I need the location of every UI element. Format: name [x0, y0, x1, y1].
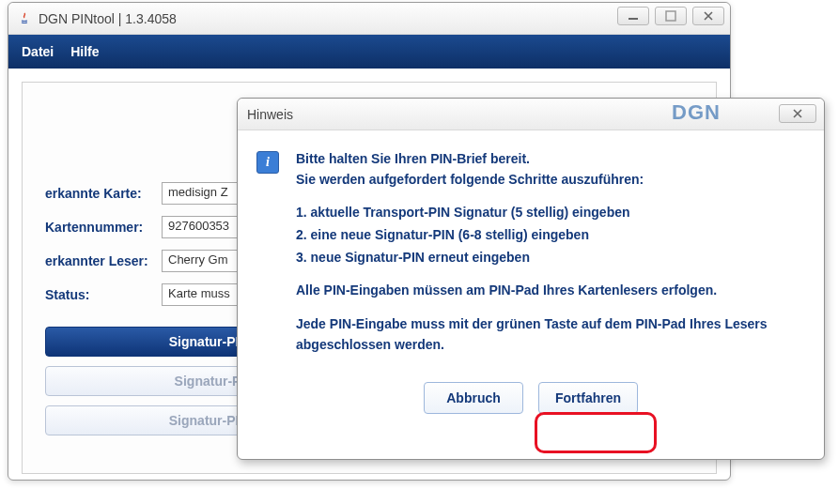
dgn-logo: DGN	[672, 100, 721, 125]
java-icon	[16, 10, 33, 27]
msg-note1: Alle PIN-Eingaben müssen am PIN-Pad Ihre…	[296, 281, 803, 301]
msg-step1: 1. aktuelle Transport-PIN Signatur (5 st…	[296, 203, 803, 223]
msg-line2: Sie werden aufgefordert folgende Schritt…	[296, 172, 644, 187]
dialog-title-text: Hinweis	[247, 107, 293, 122]
maximize-button[interactable]	[655, 7, 687, 25]
dialog-close-button[interactable]	[779, 104, 816, 123]
menu-file[interactable]: Datei	[22, 44, 54, 59]
svg-rect-1	[666, 11, 675, 21]
dialog-body: i Bitte halten Sie Ihren PIN-Brief berei…	[238, 130, 824, 382]
continue-button[interactable]: Fortfahren	[538, 382, 638, 414]
status-label: Status:	[45, 287, 162, 302]
msg-step3: 3. neue Signatur-PIN erneut eingeben	[296, 248, 803, 268]
dialog-buttons: Abbruch Fortfahren	[238, 382, 824, 431]
msg-step2: 2. eine neue Signatur-PIN (6-8 stellig) …	[296, 225, 803, 246]
dialog-message: Bitte halten Sie Ihren PIN-Brief bereit.…	[296, 149, 803, 369]
dialog-titlebar: Hinweis DGN	[238, 99, 824, 130]
menu-help[interactable]: Hilfe	[70, 44, 99, 59]
cancel-button[interactable]: Abbruch	[424, 382, 523, 414]
number-label: Kartennummer:	[45, 220, 162, 235]
titlebar: DGN PINtool | 1.3.4058	[8, 3, 730, 35]
card-label: erkannte Karte:	[45, 186, 162, 201]
msg-line1: Bitte halten Sie Ihren PIN-Brief bereit.	[296, 151, 530, 166]
svg-rect-0	[628, 18, 638, 20]
msg-note2: Jede PIN-Eingabe muss mit der grünen Tas…	[296, 314, 803, 355]
window-title: DGN PINtool | 1.3.4058	[39, 11, 177, 26]
close-button[interactable]	[692, 7, 724, 25]
minimize-button[interactable]	[617, 7, 649, 25]
menubar: Datei Hilfe	[8, 35, 730, 69]
window-controls	[617, 7, 724, 25]
reader-label: erkannter Leser:	[45, 253, 162, 268]
hint-dialog: Hinweis DGN i Bitte halten Sie Ihren PIN…	[237, 98, 825, 460]
info-icon: i	[256, 151, 279, 174]
